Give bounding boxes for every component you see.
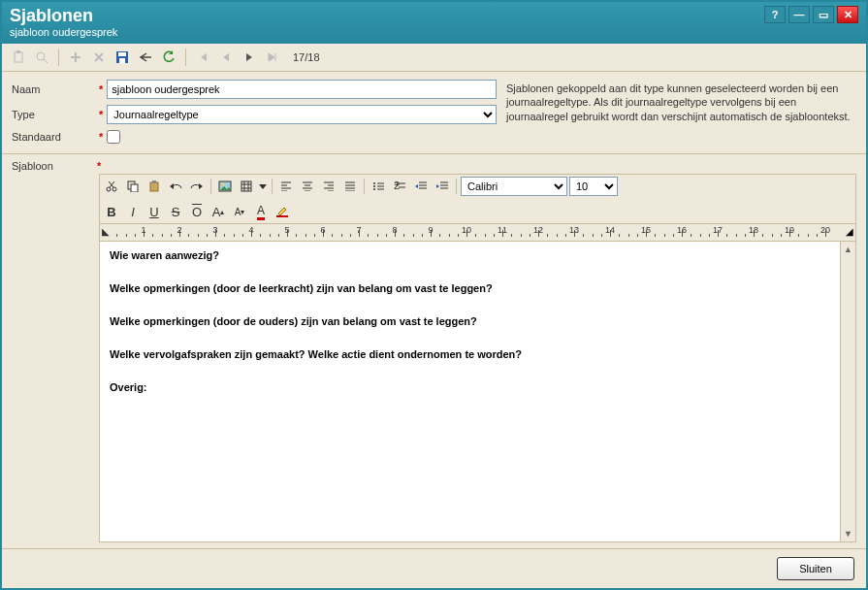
back-button[interactable] [135,47,156,68]
svg-point-2 [37,52,45,60]
strike-icon[interactable]: S [166,202,185,221]
align-left-icon[interactable] [276,177,296,196]
editor: Wie waren aanwezig? Welke opmerkingen (d… [99,242,856,542]
titlebar: Sjablonen sjabloon oudergesprek ? — ▭ ✕ [2,2,866,44]
form-area: Naam * Type * Journaalregeltype Standaar… [2,72,866,154]
table-icon[interactable] [237,177,256,196]
fontsize-up-icon[interactable]: A▴ [209,202,228,221]
svg-rect-18 [152,180,156,183]
highlight-icon[interactable] [273,202,292,221]
svg-rect-0 [15,52,22,62]
svg-rect-16 [131,184,138,192]
svg-line-3 [44,59,48,63]
cut-icon[interactable] [102,177,121,196]
scroll-down-icon[interactable]: ▼ [841,526,855,541]
italic-icon[interactable]: I [123,202,143,221]
last-button [262,47,283,68]
svg-line-14 [109,181,113,187]
next-button[interactable] [239,47,260,68]
scrollbar[interactable]: ▲ ▼ [840,242,855,541]
indent-icon[interactable] [433,177,452,196]
align-center-icon[interactable] [298,177,317,196]
footer: Sluiten [2,548,866,588]
sluiten-button[interactable]: Sluiten [777,557,854,580]
svg-rect-21 [241,181,251,191]
standaard-checkbox[interactable] [107,130,120,144]
svg-point-20 [222,183,225,186]
svg-point-42 [373,182,375,184]
required-marker: * [99,131,103,143]
number-list-icon[interactable]: 12 [390,177,409,196]
align-justify-icon[interactable] [340,177,360,196]
maximize-button[interactable]: ▭ [813,6,834,23]
type-select[interactable]: Journaalregeltype [107,105,497,124]
editor-line: Welke opmerkingen (door de ouders) zijn … [110,315,830,327]
window-subtitle: sjabloon oudergesprek [10,26,764,38]
table-dropdown-icon[interactable] [258,177,268,196]
naam-label: Naam [12,83,99,95]
naam-input[interactable] [107,80,497,99]
copy-icon[interactable] [123,177,143,196]
svg-rect-1 [16,50,20,53]
prev-button [215,47,237,68]
editor-line: Wie waren aanwezig? [110,249,830,261]
paste-button [8,47,29,68]
svg-line-13 [110,181,114,187]
record-counter: 17/18 [285,51,328,63]
editor-content[interactable]: Wie waren aanwezig? Welke opmerkingen (d… [100,242,840,541]
editor-line: Welke opmerkingen (door de leerkracht) z… [110,282,830,294]
required-marker: * [99,83,103,95]
font-select[interactable]: Calibri [461,177,567,196]
svg-rect-10 [119,58,125,63]
editor-line: Overig: [110,381,830,393]
underline-icon[interactable]: U [145,202,164,221]
rtf-toolbar: 12 Calibri 10 B I U S O A▴ A▾ A [99,174,856,224]
type-label: Type [12,109,99,120]
main-toolbar: 17/18 [2,44,866,72]
align-right-icon[interactable] [319,177,338,196]
svg-text:2: 2 [394,181,400,191]
undo-icon[interactable] [166,177,185,196]
paste-icon[interactable] [145,177,164,196]
svg-rect-58 [276,215,288,217]
help-button[interactable]: ? [764,6,786,23]
required-marker: * [99,109,103,120]
search-button [31,47,52,68]
scroll-up-icon[interactable]: ▲ [841,242,855,257]
bold-icon[interactable]: B [102,202,121,221]
ruler: ◣ 1234567891011121314151617181920 ◢ [99,224,856,242]
refresh-button[interactable] [158,47,179,68]
svg-point-11 [107,187,111,191]
save-button[interactable] [112,47,133,68]
add-button [65,47,86,68]
help-text: Sjablonen gekoppeld aan dit type kunnen … [506,80,856,149]
svg-rect-9 [118,52,126,56]
close-button[interactable]: ✕ [837,6,858,23]
fontsize-select[interactable]: 10 [569,177,618,196]
sjabloon-label: Sjabloon [12,160,99,172]
fontsize-down-icon[interactable]: A▾ [230,202,249,221]
overline-icon[interactable]: O [187,202,207,221]
required-marker: * [97,160,101,172]
editor-line: Welke vervolgafspraken zijn gemaakt? Wel… [110,348,830,360]
minimize-button[interactable]: — [788,6,810,23]
ruler-end-marker: ◢ [846,226,853,237]
bullet-list-icon[interactable] [369,177,388,196]
window: Sjablonen sjabloon oudergesprek ? — ▭ ✕ … [0,0,868,590]
window-title: Sjablonen [10,6,764,26]
outdent-icon[interactable] [411,177,431,196]
first-button [192,47,213,68]
svg-point-44 [373,185,375,187]
svg-point-46 [373,188,375,190]
font-color-icon[interactable]: A [251,202,271,221]
delete-button [88,47,110,68]
svg-point-12 [113,187,116,191]
svg-rect-17 [150,182,158,191]
standaard-label: Standaard [12,131,99,143]
redo-icon[interactable] [187,177,207,196]
image-icon[interactable] [215,177,235,196]
